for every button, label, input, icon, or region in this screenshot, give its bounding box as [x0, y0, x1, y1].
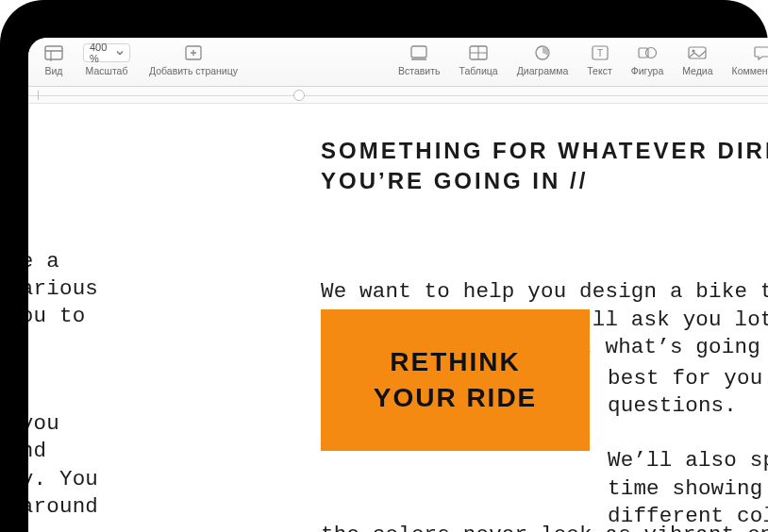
document-canvas[interactable]: PERIENCE // s to test-drive a at’s why t…	[28, 104, 768, 532]
shape-icon	[637, 43, 658, 62]
svg-point-14	[645, 48, 656, 58]
toolbar-insert[interactable]: Вставить	[389, 42, 450, 85]
toolbar-insert-label: Вставить	[398, 65, 441, 76]
zoom-value: 400 %	[90, 42, 112, 64]
svg-text:T: T	[596, 48, 602, 58]
toolbar-table-label: Таблица	[459, 65, 498, 76]
toolbar-zoom-label: Масштаб	[86, 65, 128, 76]
zoom-control[interactable]: 400 %	[83, 43, 130, 62]
toolbar-table[interactable]: Таблица	[450, 42, 508, 85]
toolbar-view-label: Вид	[45, 65, 63, 76]
toolbar-comment-label: Комментарий	[732, 65, 768, 76]
toolbar-text-label: Текст	[587, 65, 611, 76]
toolbar-media[interactable]: Медиа	[673, 42, 722, 85]
ruler-indent-marker[interactable]	[293, 90, 305, 101]
svg-rect-5	[411, 46, 426, 58]
comment-icon	[753, 43, 768, 62]
toolbar-zoom[interactable]: 400 % Масштаб	[74, 42, 140, 85]
ruler[interactable]	[28, 87, 768, 104]
left-p1[interactable]: s to test-drive a at’s why the various v…	[28, 248, 292, 331]
toolbar-shape-label: Фигура	[631, 65, 664, 76]
toolbar-view[interactable]: Вид	[34, 42, 74, 85]
toolbar-shape[interactable]: Фигура	[622, 42, 674, 85]
toolbar-text[interactable]: T Текст	[577, 42, 621, 85]
right-p2[interactable]: the colors never look as vibrant on s pa…	[321, 522, 768, 533]
heading-left[interactable]: PERIENCE //	[28, 136, 292, 166]
toolbar-chart[interactable]: Диаграмма	[508, 42, 578, 85]
toolbar-chart-label: Диаграмма	[517, 65, 569, 76]
callout-text: RETHINK YOUR RIDE	[374, 344, 538, 416]
device-bezel: Вид 400 % Масштаб Добавить страницу	[0, 0, 768, 532]
ruler-margin-left-column[interactable]	[38, 91, 297, 100]
toolbar-add-page-label: Добавить страницу	[149, 65, 238, 76]
svg-rect-0	[45, 46, 62, 59]
toolbar-media-label: Медиа	[682, 65, 712, 76]
insert-icon	[409, 43, 429, 62]
svg-point-16	[693, 49, 695, 52]
heading-right[interactable]: SOMETHING FOR WHATEVER DIREC YOU’RE GOIN…	[321, 136, 768, 197]
toolbar-add-page[interactable]: Добавить страницу	[140, 42, 247, 85]
body-left[interactable]: s to test-drive a at’s why the various v…	[28, 192, 292, 532]
chart-icon	[532, 43, 553, 62]
right-continuation[interactable]: the colors never look as vibrant on s pa…	[321, 466, 768, 532]
screen: Вид 400 % Масштаб Добавить страницу	[28, 38, 768, 532]
toolbar-comment[interactable]: Комментарий	[723, 42, 768, 85]
chevron-down-icon	[116, 49, 124, 57]
view-icon	[43, 43, 64, 62]
column-left: PERIENCE // s to test-drive a at’s why t…	[28, 104, 292, 532]
plus-icon	[183, 43, 204, 62]
text-icon: T	[590, 43, 610, 62]
media-icon	[687, 43, 708, 62]
table-icon	[468, 43, 489, 62]
left-p2[interactable]: to chat with you you’re after and ght li…	[28, 410, 292, 521]
callout-box[interactable]: RETHINK YOUR RIDE	[321, 309, 590, 451]
toolbar: Вид 400 % Масштаб Добавить страницу	[28, 38, 768, 87]
